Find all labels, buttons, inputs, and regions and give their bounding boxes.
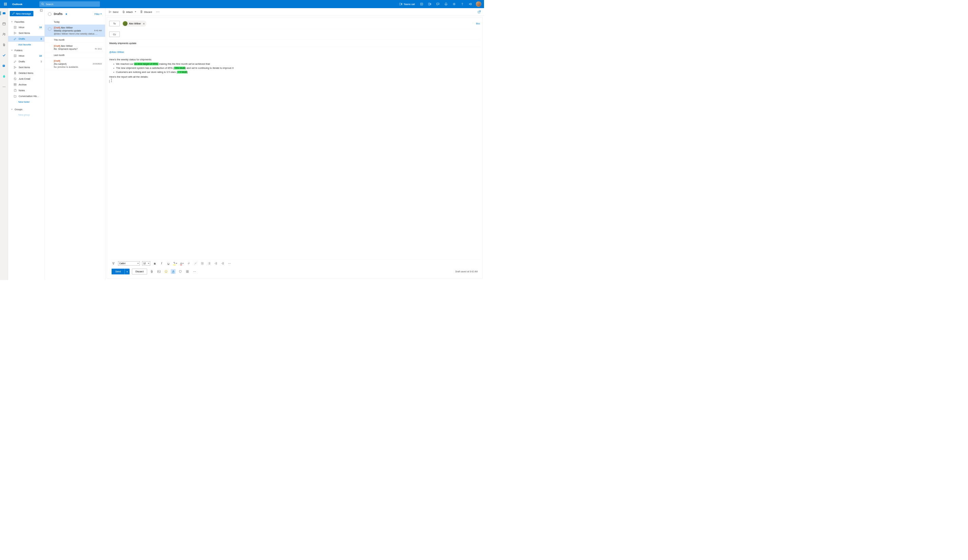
attach-button[interactable]: Attach <box>123 10 136 13</box>
notifications-icon[interactable] <box>442 0 450 8</box>
folder-deleted[interactable]: Deleted Items <box>8 70 45 76</box>
folders-section-header[interactable]: Folders <box>8 48 45 53</box>
cc-button[interactable]: Cc <box>109 31 120 37</box>
rail-yammer[interactable]: Y <box>0 62 8 69</box>
insert-picture-button[interactable] <box>157 269 161 274</box>
discard-top-button[interactable]: Discard <box>141 10 152 13</box>
groups-section-header[interactable]: Groups <box>8 106 45 112</box>
drafts-icon <box>13 60 17 63</box>
svg-point-52 <box>228 263 229 263</box>
fav-inbox[interactable]: Inbox 10 <box>8 25 45 30</box>
svg-point-64 <box>193 271 194 272</box>
star-icon[interactable]: ★ <box>65 13 68 16</box>
message-item[interactable]: [Draft] (No subject)2/15/2022 No preview… <box>45 58 106 71</box>
emoji-button[interactable] <box>164 269 169 274</box>
search-input[interactable] <box>46 3 98 5</box>
italic-button[interactable]: I <box>159 261 164 265</box>
meet-now-icon[interactable] <box>418 0 426 8</box>
bullet-list-button[interactable] <box>200 261 204 265</box>
font-color-button[interactable]: A <box>180 261 184 265</box>
highlight-color-button[interactable]: ✎ <box>173 261 177 265</box>
message-item[interactable]: [Draft] Alex Wilber Re: Shipment reports… <box>45 43 106 52</box>
folder-archive[interactable]: Archive <box>8 82 45 88</box>
rail-more[interactable] <box>0 83 8 90</box>
new-folder-link[interactable]: New folder <box>8 99 45 105</box>
teams-call-button[interactable]: Teams call <box>396 0 418 8</box>
send-button[interactable]: Send <box>111 268 124 274</box>
recipient-avatar <box>123 22 128 26</box>
format-painter-button[interactable] <box>111 261 116 265</box>
to-button[interactable]: To <box>109 21 120 27</box>
message-subject: (No subject) <box>54 63 67 65</box>
body-intro: Here's the weekly status for shipments: <box>109 58 480 61</box>
send-split-button[interactable] <box>124 268 129 274</box>
fav-sent[interactable]: Sent Items <box>8 30 45 36</box>
folder-inbox[interactable]: Inbox 10 <box>8 53 45 59</box>
link-button[interactable] <box>187 261 191 265</box>
add-favorite-link[interactable]: Add favorite <box>8 42 45 48</box>
unlink-button[interactable] <box>193 261 198 265</box>
discard-button[interactable]: Discard <box>132 268 147 274</box>
new-message-button[interactable]: New message <box>10 11 33 16</box>
bold-button[interactable]: B <box>152 261 157 265</box>
folder-conversation-history[interactable]: Conversation His… <box>8 93 45 99</box>
teams-icon[interactable] <box>426 0 434 8</box>
archive-icon <box>13 83 17 86</box>
help-icon[interactable] <box>458 0 466 8</box>
font-size-select[interactable] <box>142 261 150 265</box>
svg-point-36 <box>201 263 202 264</box>
table-button[interactable] <box>185 269 190 274</box>
rail-todo[interactable] <box>0 52 8 59</box>
more-send-button[interactable] <box>192 269 197 274</box>
megaphone-icon[interactable] <box>466 0 474 8</box>
fav-drafts[interactable]: Drafts 3 <box>8 36 45 42</box>
remove-recipient-icon[interactable]: × <box>143 22 144 25</box>
message-from: Alex Wilber <box>61 27 73 29</box>
settings-icon[interactable] <box>450 0 458 8</box>
nav-item-label: Deleted Items <box>19 72 33 75</box>
more-format-button[interactable] <box>227 261 232 265</box>
subject-row[interactable] <box>109 40 480 48</box>
underline-button[interactable]: U <box>166 261 171 265</box>
chat-icon[interactable] <box>434 0 442 8</box>
folder-sent[interactable]: Sent Items <box>8 65 45 70</box>
send-top-button[interactable]: Send <box>109 10 118 13</box>
subject-input[interactable] <box>109 42 480 45</box>
message-checkbox[interactable] <box>48 28 51 31</box>
bcc-link[interactable]: Bcc <box>476 22 480 25</box>
rail-bookings[interactable] <box>0 73 8 80</box>
collapse-nav-icon[interactable] <box>40 9 43 12</box>
number-list-button[interactable]: 123 <box>207 261 211 265</box>
user-avatar[interactable] <box>476 2 481 7</box>
select-all-checkbox[interactable] <box>48 12 51 16</box>
search-box[interactable] <box>39 2 100 7</box>
popout-button[interactable] <box>478 10 481 13</box>
favorites-section-header[interactable]: Favorites <box>8 19 45 25</box>
filter-button[interactable]: Filter <box>94 13 102 15</box>
rail-mail[interactable] <box>0 10 8 17</box>
signature-button[interactable] <box>171 269 176 274</box>
rail-people[interactable] <box>0 31 8 38</box>
outdent-button[interactable] <box>214 261 218 265</box>
sensitivity-button[interactable] <box>178 269 183 274</box>
attach-icon-button[interactable] <box>149 269 154 274</box>
discard-label: Discard <box>144 10 152 13</box>
recipient-chip[interactable]: Alex Wilber × <box>122 21 146 27</box>
message-item[interactable]: [Draft] Alex Wilber Weekly shipments upd… <box>45 25 106 37</box>
chevron-down-icon <box>11 108 13 110</box>
app-launcher-button[interactable] <box>2 0 10 8</box>
email-body-editor[interactable]: @Alex Wilber Here's the weekly status fo… <box>109 47 480 260</box>
svg-text:Y: Y <box>3 65 4 67</box>
font-select[interactable] <box>118 261 140 265</box>
mention[interactable]: @Alex Wilber <box>109 51 124 53</box>
indent-button[interactable] <box>220 261 225 265</box>
new-group-link[interactable]: New group <box>8 112 45 118</box>
svg-point-4 <box>421 4 422 4</box>
folder-drafts[interactable]: Drafts 3 <box>8 59 45 65</box>
folder-junk[interactable]: Junk Email <box>8 76 45 82</box>
folder-notes[interactable]: Notes <box>8 88 45 93</box>
rail-calendar[interactable] <box>0 20 8 27</box>
rail-files[interactable] <box>0 41 8 48</box>
svg-rect-23 <box>40 10 43 12</box>
more-toolbar-button[interactable] <box>156 12 159 12</box>
